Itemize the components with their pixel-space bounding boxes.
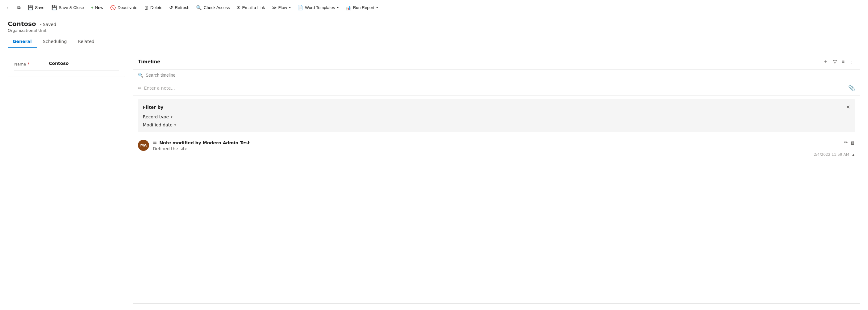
name-field: Name * Contoso (14, 60, 119, 70)
entry-content: ≡ Note modified by Modern Admin Test ✏ 🗑… (153, 140, 855, 157)
main-content: Name * Contoso Timeline ＋ ▽ (0, 48, 868, 310)
timeline-filter-button[interactable]: ▽ (832, 58, 837, 65)
page-header: Contoso - Saved Organizational Unit (0, 15, 868, 33)
timeline-header: Timeline ＋ ▽ ≡ ⋮ (133, 54, 860, 69)
note-placeholder[interactable]: Enter a note... (144, 86, 846, 91)
entry-date: 2/4/2022 11:59 AM (813, 152, 849, 157)
entry-body: Defined the site (153, 146, 855, 151)
sort-icon: ≡ (842, 59, 844, 65)
filter-record-type[interactable]: Record type ▾ (143, 114, 850, 119)
timeline-title: Timeline (138, 59, 160, 65)
record-type-chevron-icon: ▾ (171, 115, 173, 119)
filter-header: Filter by ✕ (143, 104, 850, 110)
new-button[interactable]: + New (88, 3, 107, 12)
timeline-search-input[interactable] (146, 73, 855, 78)
entry-footer: 2/4/2022 11:59 AM ▲ (153, 152, 855, 157)
delete-icon: 🗑 (144, 5, 149, 10)
entry-header: ≡ Note modified by Modern Admin Test ✏ 🗑 (153, 140, 855, 146)
filter-record-type-label: Record type (143, 114, 169, 119)
timeline-add-button[interactable]: ＋ (823, 58, 829, 65)
refresh-icon: ↺ (169, 5, 173, 10)
close-icon: ✕ (846, 104, 850, 110)
save-close-icon: 💾 (51, 5, 57, 10)
modified-date-chevron-icon: ▾ (175, 123, 176, 127)
delete-button[interactable]: 🗑 Delete (141, 3, 165, 12)
plus-icon: ＋ (823, 58, 828, 65)
entry-delete-button[interactable]: 🗑 (850, 140, 855, 145)
timeline-more-button[interactable]: ⋮ (849, 58, 855, 65)
entry-actions: ✏ 🗑 (844, 140, 855, 145)
save-button[interactable]: 💾 Save (24, 3, 48, 12)
toolbar: ← ⧉ 💾 Save 💾 Save & Close + New 🚫 Deacti… (0, 0, 868, 15)
tabs-bar: General Scheduling Related (0, 33, 868, 48)
new-icon: + (91, 5, 94, 10)
back-icon: ← (6, 5, 10, 10)
timeline-actions: ＋ ▽ ≡ ⋮ (823, 58, 855, 65)
timeline-entries: MA ≡ Note modified by Modern Admin Test … (133, 136, 860, 303)
name-label: Name * (14, 60, 45, 66)
filter-panel: Filter by ✕ Record type ▾ Modified date … (138, 99, 855, 132)
save-close-button[interactable]: 💾 Save & Close (48, 3, 87, 12)
note-icon: ≡ (153, 140, 157, 146)
word-templates-icon: 📄 (298, 5, 303, 10)
tab-scheduling[interactable]: Scheduling (38, 36, 72, 48)
refresh-button[interactable]: ↺ Refresh (166, 3, 192, 12)
avatar: MA (138, 140, 149, 151)
filter-modified-date[interactable]: Modified date ▾ (143, 122, 850, 127)
name-value[interactable]: Contoso (49, 60, 119, 66)
timeline-panel: Timeline ＋ ▽ ≡ ⋮ (133, 54, 860, 304)
back-button[interactable]: ← (3, 3, 13, 12)
word-templates-button[interactable]: 📄 Word Templates ▾ (294, 3, 342, 12)
run-report-icon: 📊 (345, 5, 351, 10)
run-report-chevron-icon: ▾ (376, 6, 378, 9)
more-icon: ⋮ (849, 59, 855, 65)
attach-button[interactable]: 📎 (848, 85, 855, 92)
check-access-button[interactable]: 🔍 Check Access (193, 3, 233, 12)
form-panel: Name * Contoso (8, 54, 125, 77)
save-icon: 💾 (28, 5, 33, 10)
saved-badge: - Saved (40, 22, 56, 27)
entry-title-row: ≡ Note modified by Modern Admin Test (153, 140, 250, 146)
email-link-icon: ✉ (237, 5, 241, 10)
flow-button[interactable]: ≫ Flow ▾ (269, 3, 294, 12)
filter-icon: ▽ (833, 59, 837, 65)
filter-close-button[interactable]: ✕ (846, 104, 850, 110)
page-title: Contoso (8, 20, 36, 28)
check-access-icon: 🔍 (196, 5, 202, 10)
entry-expand-button[interactable]: ▲ (851, 153, 855, 156)
popout-icon: ⧉ (17, 5, 21, 10)
deactivate-icon: 🚫 (110, 5, 116, 10)
timeline-search-bar: 🔍 (133, 69, 860, 81)
flow-chevron-icon: ▾ (289, 6, 291, 9)
entry-edit-button[interactable]: ✏ (844, 140, 848, 145)
word-templates-chevron-icon: ▾ (337, 6, 339, 9)
email-link-button[interactable]: ✉ Email a Link (234, 3, 268, 12)
timeline-note-bar: ✏ Enter a note... 📎 (133, 81, 860, 95)
search-icon: 🔍 (138, 73, 143, 78)
deactivate-button[interactable]: 🚫 Deactivate (107, 3, 141, 12)
popout-button[interactable]: ⧉ (14, 3, 24, 12)
filter-modified-date-label: Modified date (143, 122, 173, 127)
entry-title: Note modified by Modern Admin Test (159, 140, 250, 145)
tab-related[interactable]: Related (73, 36, 99, 48)
timeline-sort-button[interactable]: ≡ (841, 58, 845, 65)
table-row: MA ≡ Note modified by Modern Admin Test … (138, 140, 855, 157)
flow-icon: ≫ (272, 5, 277, 10)
page-subtitle: Organizational Unit (8, 28, 860, 33)
tab-general[interactable]: General (8, 36, 37, 48)
pencil-icon: ✏ (138, 86, 142, 91)
filter-title: Filter by (143, 105, 163, 110)
run-report-button[interactable]: 📊 Run Report ▾ (342, 3, 381, 12)
required-star: * (27, 62, 29, 66)
